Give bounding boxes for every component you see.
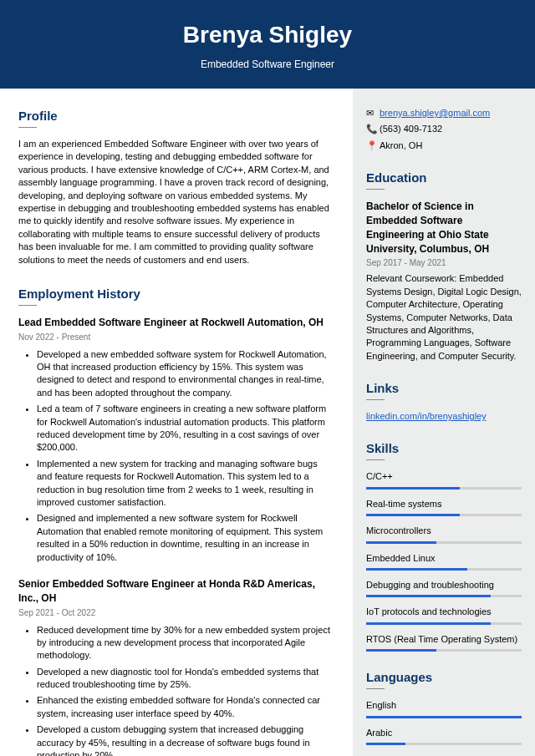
job-bullet: Implemented a new system for tracking an… (37, 458, 334, 510)
skill-item: Debugging and troubleshooting (366, 579, 522, 597)
skill-item: Embedded Linux (366, 552, 522, 571)
skill-name: RTOS (Real Time Operating System) (366, 633, 522, 646)
sidebar-column: ✉ brenya.shigley@gmail.com 📞 (563) 409-7… (353, 89, 535, 756)
job-dates: Nov 2022 - Present (18, 332, 334, 343)
language-item: English (366, 699, 522, 718)
degree-dates: Sep 2017 - May 2021 (366, 257, 522, 269)
language-bar (366, 716, 522, 718)
skill-name: Microcontrollers (366, 525, 522, 537)
language-name: Arabic (366, 727, 522, 739)
language-bar (366, 743, 522, 745)
job-title: Lead Embedded Software Engineer at Rockw… (18, 316, 334, 330)
job-bullet: Developed a custom debugging system that… (37, 723, 334, 756)
email-link[interactable]: brenya.shigley@gmail.com (380, 107, 490, 119)
skills-title: Skills (366, 439, 522, 457)
job-bullet: Led a team of 7 software engineers in cr… (37, 403, 334, 454)
person-role: Embedded Software Engineer (0, 58, 535, 72)
job-bullet: Designed and implemented a new software … (37, 512, 334, 564)
email-icon: ✉ (366, 107, 380, 119)
job-bullet: Reduced development time by 30% for a ne… (37, 624, 334, 662)
divider (366, 459, 385, 460)
job-bullet: Developed a new embedded software system… (37, 348, 334, 400)
phone-text: (563) 409-7132 (380, 123, 442, 135)
resume-header: Brenya Shigley Embedded Software Enginee… (0, 0, 535, 89)
skill-bar (366, 622, 522, 625)
language-name: English (366, 699, 522, 712)
employment-title: Employment History (18, 285, 334, 302)
skill-name: C/C++ (366, 470, 522, 483)
skill-item: Microcontrollers (366, 525, 522, 543)
main-column: Profile I am an experienced Embedded Sof… (0, 89, 353, 756)
divider (18, 305, 37, 306)
skill-name: Debugging and troubleshooting (366, 579, 522, 591)
skill-bar (366, 568, 522, 571)
divider (366, 399, 385, 400)
skill-item: Real-time systems (366, 498, 522, 516)
skill-bar (366, 514, 522, 516)
job-bullet: Developed a new diagnostic tool for Hond… (37, 666, 334, 692)
skill-bar (366, 487, 522, 490)
skill-bar (366, 649, 522, 652)
profile-title: Profile (18, 107, 334, 124)
job-dates: Sep 2021 - Oct 2022 (18, 607, 334, 619)
degree-text: Relevant Coursework: Embedded Systems De… (366, 272, 522, 363)
skill-name: Real-time systems (366, 498, 522, 510)
job-bullet: Enhanced the existing embedded software … (37, 694, 334, 720)
phone-icon: 📞 (366, 123, 380, 135)
job-title: Senior Embedded Software Engineer at Hon… (18, 577, 334, 606)
skill-name: Embedded Linux (366, 552, 522, 565)
divider (18, 127, 37, 128)
education-title: Education (366, 169, 522, 186)
divider (366, 688, 385, 689)
skill-item: RTOS (Real Time Operating System) (366, 633, 522, 652)
location-icon: 📍 (366, 140, 380, 152)
languages-title: Languages (366, 668, 522, 686)
degree-title: Bachelor of Science in Embedded Software… (366, 200, 522, 256)
profile-text: I am an experienced Embedded Software En… (18, 138, 334, 266)
skill-bar (366, 595, 522, 597)
linkedin-link[interactable]: linkedin.com/in/brenyashigley (366, 410, 522, 423)
skill-bar (366, 541, 522, 544)
skill-item: IoT protocols and technologies (366, 606, 522, 624)
job-entry: Senior Embedded Software Engineer at Hon… (18, 577, 334, 756)
language-item: Arabic (366, 727, 522, 745)
contact-block: ✉ brenya.shigley@gmail.com 📞 (563) 409-7… (366, 107, 522, 152)
divider (366, 189, 385, 190)
skill-item: C/C++ (366, 470, 522, 489)
location-text: Akron, OH (380, 140, 422, 152)
skill-name: IoT protocols and technologies (366, 606, 522, 618)
job-entry: Lead Embedded Software Engineer at Rockw… (18, 316, 334, 564)
links-title: Links (366, 379, 522, 397)
person-name: Brenya Shigley (0, 18, 535, 51)
